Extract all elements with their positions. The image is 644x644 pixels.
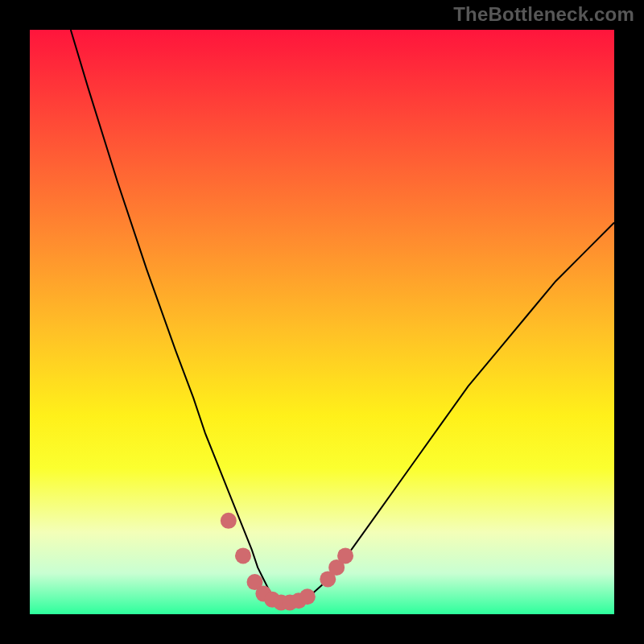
curve-marker [221,513,237,529]
curve-marker [337,547,353,564]
curve-markers [221,513,353,611]
curve-marker [235,547,251,564]
watermark-text: TheBottleneck.com [453,3,634,26]
chart-svg [30,30,614,614]
curve-marker [299,588,316,605]
bottleneck-curve [71,30,614,602]
